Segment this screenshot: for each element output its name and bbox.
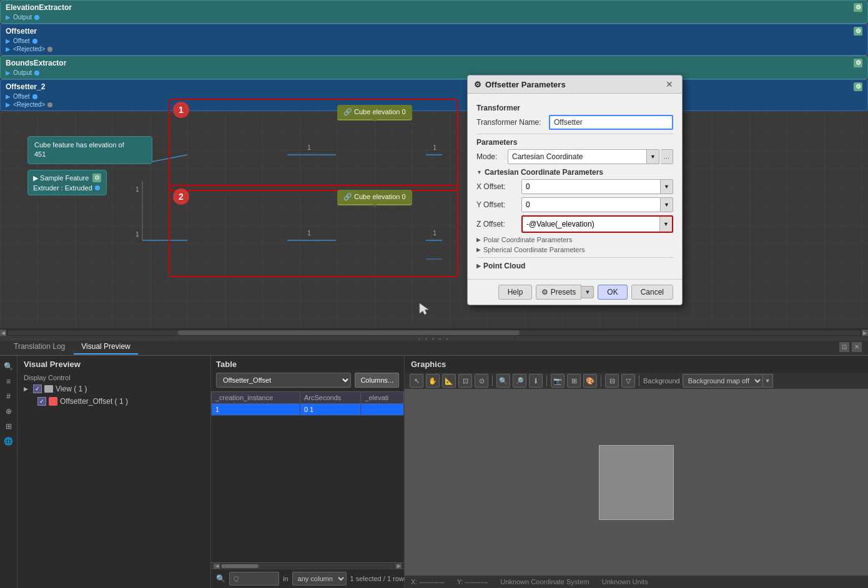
- table-row[interactable]: 1 0 1: [212, 404, 404, 416]
- tool-color-btn[interactable]: 🎨: [583, 374, 597, 388]
- presets-button[interactable]: ⚙ Presets: [536, 285, 581, 300]
- tree-folder-icon: [44, 385, 53, 393]
- source-output-port: [95, 185, 100, 190]
- presets-button-wrap: ⚙ Presets ▼: [536, 285, 594, 300]
- offsetter-port2-arrow: ▶: [6, 46, 11, 52]
- offsetter2-gear[interactable]: ⚙: [854, 82, 862, 91]
- sidebar-icon-2[interactable]: ≡: [3, 376, 14, 387]
- tree-check-offsetter[interactable]: ✓: [37, 397, 46, 406]
- table-scroll-wrapper[interactable]: _creation_instance ArcSeconds _elevati 1…: [211, 391, 404, 562]
- tool-zoom-in-btn[interactable]: 🔍: [496, 374, 510, 388]
- tool-zoom-out-btn[interactable]: 🔎: [513, 374, 526, 388]
- dialog-close-button[interactable]: ✕: [663, 79, 676, 89]
- scroll-left-btn[interactable]: ◀: [0, 330, 6, 336]
- mode-select-box[interactable]: Cartesian Coordinate: [508, 149, 647, 164]
- background-dropdown-arrow[interactable]: ▼: [763, 374, 773, 388]
- tool-pan-btn[interactable]: ✋: [426, 374, 440, 388]
- cartesian-section-label: Cartesian Coordinate Parameters: [485, 168, 603, 177]
- h-scroll-thumb[interactable]: [221, 564, 259, 568]
- spherical-params-section[interactable]: Spherical Coordinate Parameters: [476, 246, 673, 253]
- table-scrollbar-h[interactable]: ◀ ▶: [211, 562, 404, 569]
- table-dataset-select[interactable]: Offsetter_Offset: [216, 373, 351, 388]
- tooltip-1-text: Cube elevation 0: [354, 108, 406, 115]
- ok-button[interactable]: OK: [598, 285, 627, 300]
- restore-btn[interactable]: ⊡: [839, 342, 849, 352]
- tool-filter-btn[interactable]: ⊞: [567, 374, 581, 388]
- mode-select-wrapper: Cartesian Coordinate ▼ …: [508, 149, 673, 164]
- group1-bbox: [169, 99, 458, 191]
- bounds-extractor-arrow: ▶: [6, 69, 11, 76]
- cell-1: 1: [212, 404, 300, 416]
- tab-translation-log[interactable]: Translation Log: [6, 340, 72, 355]
- mode-dropdown-arrow[interactable]: ▼: [647, 149, 659, 164]
- scrollbar-thumb[interactable]: [178, 330, 519, 335]
- transformer-name-input[interactable]: [549, 115, 673, 130]
- z-offset-dropdown[interactable]: ▼: [659, 217, 672, 232]
- col-creation-instance[interactable]: _creation_instance: [212, 392, 300, 404]
- offsetter-gear[interactable]: ⚙: [854, 27, 862, 36]
- mode-extra-btn[interactable]: …: [661, 149, 673, 164]
- bounds-extractor-node[interactable]: BoundsExtractor ⚙ ▶ Output: [0, 56, 868, 79]
- y-offset-input[interactable]: [521, 197, 661, 212]
- y-offset-dropdown[interactable]: ▼: [661, 197, 673, 212]
- tool-photo-btn[interactable]: 📷: [551, 374, 565, 388]
- tool-table-btn[interactable]: ⊟: [605, 374, 619, 388]
- tab-visual-preview[interactable]: Visual Preview: [74, 340, 137, 355]
- h-scroll-left[interactable]: ◀: [214, 564, 220, 569]
- presets-dropdown-arrow[interactable]: ▼: [581, 286, 594, 298]
- tree-item-offsetter[interactable]: ✓ Offsetter_Offset ( 1 ): [17, 395, 210, 408]
- sidebar-icon-5[interactable]: ⊞: [3, 421, 14, 432]
- cancel-button[interactable]: Cancel: [631, 285, 673, 300]
- sidebar-icon-1[interactable]: 🔍: [3, 361, 14, 372]
- status-units: Unknown Units: [602, 578, 648, 586]
- offsetter2-port1-dot: [32, 94, 37, 99]
- h-scroll-right[interactable]: ▶: [395, 564, 402, 569]
- background-select[interactable]: Background map off: [683, 374, 763, 388]
- elevation-extractor-arrow: ▶: [6, 14, 11, 21]
- search-column-select[interactable]: any column: [292, 572, 347, 586]
- offsetter-node[interactable]: Offsetter ⚙ ▶ Offset ▶ <Rejected>: [0, 24, 868, 56]
- elevation-extractor-node[interactable]: ElevationExtractor ⚙ ▶ Output: [0, 0, 868, 24]
- tool-select-btn[interactable]: ↖: [410, 374, 423, 388]
- search-input[interactable]: [229, 572, 279, 586]
- col-arcseconds[interactable]: ArcSeconds: [300, 392, 360, 404]
- elevation-extractor-gear[interactable]: ⚙: [854, 3, 862, 12]
- columns-button[interactable]: Columns...: [355, 373, 399, 388]
- scroll-right-btn[interactable]: ▶: [862, 330, 868, 336]
- h-scroll-track: [221, 564, 394, 568]
- sidebar-icon-3[interactable]: #: [3, 391, 14, 402]
- col-elevation[interactable]: _elevati: [361, 392, 404, 404]
- tree-check-view[interactable]: ✓: [33, 385, 42, 393]
- status-coords: Unknown Coordinate System: [500, 578, 589, 586]
- x-offset-dropdown[interactable]: ▼: [661, 179, 673, 194]
- left-panel: Visual Preview Display Control ▶ ✓ View …: [17, 356, 211, 588]
- sidebar-icon-6[interactable]: 🌐: [3, 436, 14, 447]
- source-node[interactable]: ▶ Sample Feature ⚙ Extruder : Extruded: [27, 170, 107, 195]
- point-cloud-section[interactable]: Point Cloud: [476, 262, 673, 270]
- source-gear-icon[interactable]: ⚙: [92, 174, 101, 182]
- dialog-title-wrap: ⚙ Offsetter Parameters: [474, 80, 566, 89]
- bounds-extractor-gear[interactable]: ⚙: [854, 59, 862, 67]
- tree-item-view[interactable]: ▶ ✓ View ( 1 ): [17, 383, 210, 395]
- tool-info-btn[interactable]: ℹ: [529, 374, 543, 388]
- elevation-extractor-port-dot: [34, 15, 39, 20]
- tool-select2-btn[interactable]: ⊡: [458, 374, 472, 388]
- table-status: 1 selected / 1 row(s): [350, 575, 412, 582]
- polar-params-section[interactable]: Polar Coordinate Parameters: [476, 236, 673, 243]
- left-panel-title: Visual Preview: [17, 356, 210, 373]
- tool-measure-btn[interactable]: 📐: [442, 374, 456, 388]
- tool-filter2-btn[interactable]: ▽: [621, 374, 635, 388]
- panel-close-btn[interactable]: ✕: [852, 342, 862, 352]
- tooltip-1: 🔗 Cube elevation 0: [337, 105, 412, 120]
- tool-lasso-btn[interactable]: ⊙: [475, 374, 488, 388]
- elevation-extractor-label: ElevationExtractor: [6, 3, 72, 12]
- z-offset-input[interactable]: [523, 217, 659, 232]
- point-cloud-label: Point Cloud: [483, 262, 525, 270]
- tree-layer-icon: [49, 397, 57, 406]
- x-offset-input[interactable]: [521, 179, 661, 194]
- tooltip-2: 🔗 Cube elevation 0: [337, 190, 412, 205]
- help-button[interactable]: Help: [498, 285, 533, 300]
- resize-handle[interactable]: • • • • •: [0, 336, 868, 341]
- sidebar-icon-4[interactable]: ⊕: [3, 406, 14, 417]
- table-panel: Table Offsetter_Offset Columns... _creat…: [211, 356, 405, 588]
